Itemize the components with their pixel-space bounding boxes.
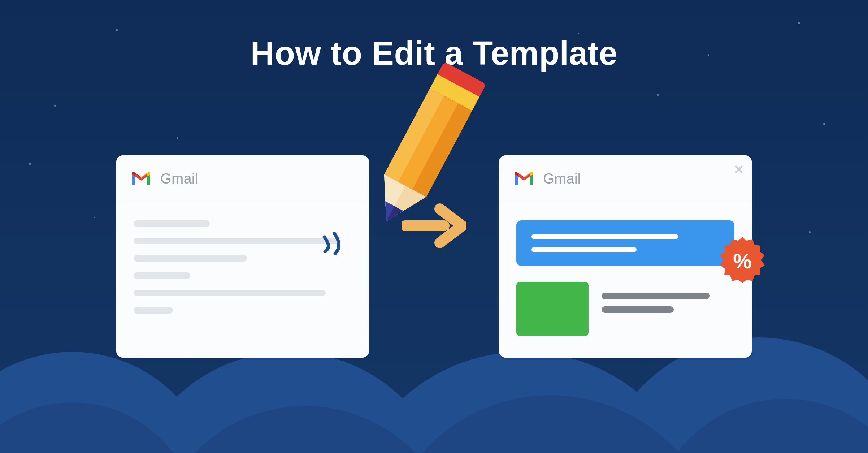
gmail-icon <box>131 171 152 186</box>
gmail-designed-card: Gmail ✕ % <box>499 155 752 358</box>
card-header: Gmail <box>116 155 369 202</box>
text-line <box>134 272 190 279</box>
banner-line <box>531 247 637 252</box>
svg-rect-2 <box>384 89 472 197</box>
discount-symbol: % <box>733 249 752 273</box>
gmail-plain-card: Gmail <box>116 155 369 358</box>
card-header: Gmail ✕ <box>499 155 752 202</box>
text-line <box>134 238 341 244</box>
discount-badge-icon: % <box>717 236 768 286</box>
app-label: Gmail <box>160 171 198 187</box>
gmail-icon <box>513 171 534 186</box>
svg-rect-3 <box>384 89 444 182</box>
text-line <box>134 255 247 262</box>
close-icon: ✕ <box>734 163 744 176</box>
card-body: % <box>499 202 752 354</box>
page-title: How to Edit a Template <box>0 34 868 72</box>
image-block <box>516 282 589 336</box>
text-line <box>602 293 710 299</box>
app-label: Gmail <box>543 171 581 187</box>
content-row <box>516 282 734 336</box>
svg-rect-4 <box>412 103 472 197</box>
card-body <box>116 202 369 332</box>
arrow-icon <box>402 202 466 249</box>
text-line <box>134 220 210 227</box>
text-line <box>134 290 326 296</box>
text-line <box>602 306 674 313</box>
banner-block <box>516 220 734 266</box>
text-block <box>602 282 710 320</box>
illustration-stage: Gmail <box>0 155 868 358</box>
banner-line <box>531 234 678 239</box>
svg-rect-1 <box>430 74 479 111</box>
text-line <box>134 307 173 314</box>
